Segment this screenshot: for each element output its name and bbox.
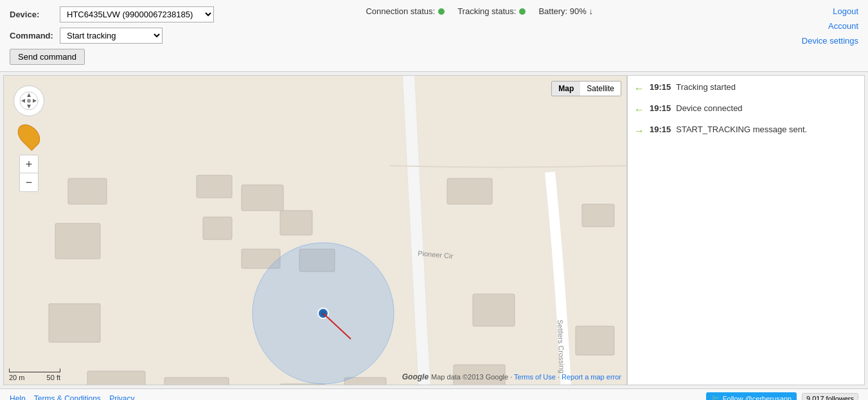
command-row: Command: Start trackingStop trackingGet … xyxy=(10,28,214,44)
zoom-out-button[interactable]: − xyxy=(20,173,38,191)
send-row: Send command xyxy=(10,49,214,65)
device-settings-link[interactable]: Device settings xyxy=(802,36,858,46)
scale-bar: 20 m 50 ft xyxy=(9,369,60,381)
connection-label: Connection status: xyxy=(366,6,435,16)
svg-rect-17 xyxy=(203,217,232,239)
map-container[interactable]: Map Satellite + − xyxy=(3,75,627,385)
log-message-1: Tracking started xyxy=(676,82,736,92)
status-bar: Connection status: Tracking status: Batt… xyxy=(366,6,593,16)
logout-link[interactable]: Logout xyxy=(833,6,858,16)
footer: Help Terms & Conditions Privacy 🐦 Follow… xyxy=(0,388,868,400)
log-entry-3: → 19:15 START_TRACKING message sent. xyxy=(634,125,858,137)
device-select[interactable]: HTC6435LVW (99000067238185) xyxy=(60,6,214,22)
twitter-bird-icon: 🐦 xyxy=(711,394,720,400)
tracking-dot xyxy=(519,8,526,15)
device-row: Device: HTC6435LVW (99000067238185) xyxy=(10,6,214,22)
header-left: Device: HTC6435LVW (99000067238185) Comm… xyxy=(10,6,214,65)
command-select[interactable]: Start trackingStop trackingGet location xyxy=(60,28,163,44)
twitter-follow: 🐦 Follow @cerberusapp 9,017 followers xyxy=(706,392,858,400)
followers-badge: 9,017 followers xyxy=(802,393,858,401)
log-entry-1: ← 19:15 Tracking started xyxy=(634,82,858,94)
log-time-1: 19:15 xyxy=(650,82,671,92)
scale-ft: 50 ft xyxy=(47,374,60,381)
map-attribution: Map data ©2013 Google · Terms of Use · R… xyxy=(431,373,621,381)
map-controls: + − xyxy=(13,85,44,192)
connection-dot xyxy=(438,8,445,15)
svg-rect-27 xyxy=(576,326,614,355)
connection-status: Connection status: xyxy=(366,6,445,16)
zoom-in-button[interactable]: + xyxy=(20,155,38,173)
help-link[interactable]: Help xyxy=(10,394,26,401)
log-arrow-out-icon: → xyxy=(634,125,644,137)
battery-label: Battery: 90% ↓ xyxy=(538,6,593,16)
log-entry-2: ← 19:15 Device connected xyxy=(634,103,858,116)
log-time-3: 19:15 xyxy=(650,125,671,134)
svg-rect-11 xyxy=(55,223,100,259)
map-svg: Pioneer Cir Settlers Crossing Birchfield… xyxy=(4,76,626,385)
log-arrow-in-icon-2: ← xyxy=(634,104,644,116)
svg-point-5 xyxy=(27,99,31,103)
svg-rect-10 xyxy=(68,178,107,204)
scale-m: 20 m xyxy=(9,374,24,381)
svg-rect-26 xyxy=(582,204,614,227)
svg-rect-25 xyxy=(473,294,515,326)
account-link[interactable]: Account xyxy=(828,21,858,31)
map-navigation-control[interactable] xyxy=(13,85,44,116)
zoom-controls: + − xyxy=(19,155,39,192)
svg-rect-23 xyxy=(447,178,492,204)
log-message-3: START_TRACKING message sent. xyxy=(676,125,807,134)
svg-rect-16 xyxy=(242,185,283,211)
nav-links: Logout Account Device settings xyxy=(802,6,858,46)
command-label: Command: xyxy=(10,31,55,40)
map-button[interactable]: Map xyxy=(552,82,580,96)
log-message-2: Device connected xyxy=(676,103,742,113)
main: Map Satellite + − xyxy=(0,72,868,388)
privacy-link[interactable]: Privacy xyxy=(109,394,134,401)
battery-status: Battery: 90% ↓ xyxy=(538,6,593,16)
device-label: Device: xyxy=(10,10,55,19)
header: Device: HTC6435LVW (99000067238185) Comm… xyxy=(0,0,868,72)
report-link[interactable]: Report a map error xyxy=(562,373,621,381)
svg-rect-12 xyxy=(49,304,100,342)
log-arrow-in-icon: ← xyxy=(634,83,644,94)
tracking-label: Tracking status: xyxy=(457,6,516,16)
svg-rect-15 xyxy=(197,175,232,198)
map-footer: 20 m 50 ft Google Map data ©2013 Google … xyxy=(4,369,626,381)
send-command-button[interactable]: Send command xyxy=(10,49,85,65)
map-toggle: Map Satellite xyxy=(551,81,621,96)
footer-links: Help Terms & Conditions Privacy xyxy=(10,394,141,401)
tracking-status: Tracking status: xyxy=(457,6,526,16)
terms-link[interactable]: Terms of Use xyxy=(514,373,556,381)
satellite-button[interactable]: Satellite xyxy=(580,82,621,96)
terms-link[interactable]: Terms & Conditions xyxy=(34,394,101,401)
svg-rect-18 xyxy=(280,211,312,235)
google-logo: Google xyxy=(402,372,429,381)
log-time-2: 19:15 xyxy=(650,103,671,113)
twitter-follow-button[interactable]: 🐦 Follow @cerberusapp xyxy=(706,392,797,400)
log-panel: ← 19:15 Tracking started ← 19:15 Device … xyxy=(627,75,865,385)
street-view-icon[interactable] xyxy=(13,120,44,151)
